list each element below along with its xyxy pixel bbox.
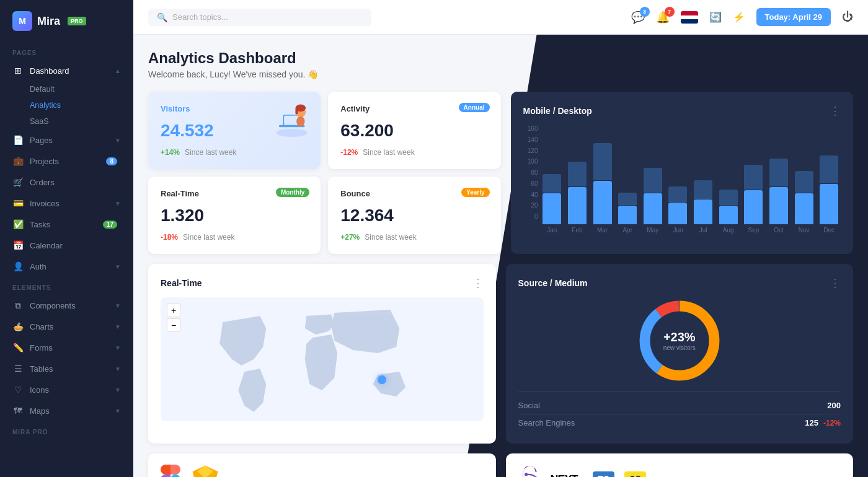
x-label-Jan: Jan xyxy=(541,227,564,234)
language-selector[interactable] xyxy=(681,11,698,24)
zoom-in-button[interactable]: + xyxy=(167,304,180,317)
notifications-button[interactable]: 🔔 7 xyxy=(656,11,670,24)
bar-col-Apr xyxy=(616,125,639,224)
visitors-card: Visitors 24.532 +14% Since last week xyxy=(148,92,321,169)
bar-col-Jan xyxy=(541,125,564,224)
search-placeholder: Search topics... xyxy=(172,12,228,22)
donut-container: +23% new visitors xyxy=(518,297,841,384)
sidebar-item-forms[interactable]: ✏️ Forms ▼ xyxy=(0,337,133,358)
realtime-change: -18% xyxy=(161,233,178,242)
sidebar-item-orders[interactable]: 🛒 Orders xyxy=(0,172,133,193)
bounce-since: Since last week xyxy=(365,233,416,242)
sidebar-item-invoices[interactable]: 💳 Invoices ▼ xyxy=(0,193,133,214)
sidebar-item-label-forms: Forms xyxy=(30,343,115,352)
donut-center: +23% new visitors xyxy=(663,330,696,351)
search-box[interactable]: 🔍 Search topics... xyxy=(148,9,371,26)
sidebar-item-label-icons: Icons xyxy=(30,385,115,395)
realtime-badge: Monthly xyxy=(276,188,309,197)
bar-light-May xyxy=(644,168,662,193)
projects-badge: 8 xyxy=(106,157,117,165)
sidebar-item-components[interactable]: ⧉ Components ▼ xyxy=(0,295,133,316)
bar-dark-Jan xyxy=(542,193,561,224)
activity-footer: -12% Since last week xyxy=(340,148,488,157)
briefcase-icon: 💼 xyxy=(12,155,24,167)
sidebar-item-projects[interactable]: 💼 Projects 8 xyxy=(0,151,133,172)
sidebar-sub-saas[interactable]: SaaS xyxy=(0,113,133,129)
sidebar-sub-default[interactable]: Default xyxy=(0,81,133,97)
bar-light-Aug xyxy=(719,190,738,205)
sidebar-item-label-pages: Pages xyxy=(30,136,115,145)
sidebar-item-tables[interactable]: ☰ Tables ▼ xyxy=(0,358,133,379)
messages-button[interactable]: 💬 3 xyxy=(631,11,645,24)
calendar-icon: 📅 xyxy=(12,240,24,251)
sidebar-item-charts[interactable]: 🥧 Charts ▼ xyxy=(0,316,133,337)
realtime-since: Since last week xyxy=(183,233,234,242)
sketch-icon xyxy=(190,463,220,477)
tech-logos-row: NEXT.js TS JS xyxy=(148,453,853,477)
bar-dark-Mar xyxy=(593,181,612,224)
bar-light-Feb xyxy=(568,162,587,186)
bar-col-May xyxy=(641,125,665,224)
source-search-change: -12% xyxy=(823,419,841,427)
sidebar-item-pages[interactable]: 📄 Pages ▼ xyxy=(0,129,133,151)
sidebar-item-label-maps: Maps xyxy=(30,406,115,416)
chevron-down-icon-charts: ▼ xyxy=(115,323,121,330)
logo-icon: M xyxy=(12,11,32,31)
map-more-icon[interactable]: ⋮ xyxy=(472,276,484,290)
source-medium-card: Source / Medium ⋮ xyxy=(506,264,854,444)
messages-badge: 3 xyxy=(640,7,650,17)
logo[interactable]: M Mira PRO xyxy=(0,0,133,42)
activity-badge: Annual xyxy=(459,103,490,112)
power-button[interactable]: ⏻ xyxy=(842,11,853,24)
today-button[interactable]: Today: April 29 xyxy=(756,8,831,26)
map-zoom-controls: + − xyxy=(167,304,180,332)
bar-dark-Jun xyxy=(668,203,687,224)
x-label-May: May xyxy=(641,227,665,234)
sidebar-item-label-invoices: Invoices xyxy=(30,199,115,208)
sidebar-item-auth[interactable]: 👤 Auth ▼ xyxy=(0,256,133,277)
cart-icon: 🛒 xyxy=(12,177,24,188)
sidebar-section-mirapro: MIRA PRO xyxy=(0,421,133,439)
bar-dark-Apr xyxy=(618,206,637,224)
bar-col-Oct xyxy=(767,125,790,224)
svg-point-12 xyxy=(170,475,180,477)
activity-change: -12% xyxy=(340,148,358,157)
sidebar-item-maps[interactable]: 🗺 Maps ▼ xyxy=(0,400,133,421)
sidebar-item-label-tasks: Tasks xyxy=(30,220,103,229)
filter-button[interactable]: ⚡ xyxy=(733,11,745,23)
bar-light-Oct xyxy=(769,159,788,186)
refresh-button[interactable]: 🔄 xyxy=(709,11,722,23)
sidebar-item-dashboard[interactable]: ⊞ Dashboard ▲ xyxy=(0,60,133,81)
realtime-footer: -18% Since last week xyxy=(161,233,308,242)
mobile-desktop-title: Mobile / Desktop xyxy=(523,106,592,116)
bar-dark-Dec xyxy=(820,184,838,224)
bar-col-Jul xyxy=(691,125,715,224)
chevron-down-icon-forms: ▼ xyxy=(115,344,121,351)
tasks-badge: 17 xyxy=(103,221,117,229)
source-more-icon[interactable]: ⋮ xyxy=(830,276,841,290)
world-map-svg xyxy=(161,297,484,421)
figma-logo xyxy=(161,465,180,477)
sidebar-item-label-auth: Auth xyxy=(30,262,115,271)
sidebar-item-tasks[interactable]: ✅ Tasks 17 xyxy=(0,214,133,235)
x-label-Feb: Feb xyxy=(565,227,589,234)
typescript-logo: TS xyxy=(593,471,614,478)
chevron-down-icon-icons: ▼ xyxy=(115,387,121,393)
more-options-icon[interactable]: ⋮ xyxy=(830,104,841,118)
source-rows: Social 200 Search Engines 125 -12% xyxy=(518,392,841,431)
zoom-out-button[interactable]: − xyxy=(167,318,180,332)
bar-light-Nov xyxy=(795,171,813,193)
bar-dark-Nov xyxy=(795,193,813,224)
visitor-illustration xyxy=(263,97,316,143)
bar-dark-Jul xyxy=(694,199,712,224)
bar-dark-Oct xyxy=(769,187,788,224)
sidebar-item-icons[interactable]: ♡ Icons ▼ xyxy=(0,379,133,400)
donut-label: new visitors xyxy=(663,344,696,351)
chevron-down-icon-invoices: ▼ xyxy=(115,200,121,207)
header-right: 💬 3 🔔 7 🔄 ⚡ Today: April 29 ⏻ xyxy=(631,8,853,26)
bar-dark-May xyxy=(644,193,662,224)
activity-value: 63.200 xyxy=(340,121,488,141)
sidebar-sub-analytics[interactable]: Analytics xyxy=(0,97,133,113)
sidebar-item-calendar[interactable]: 📅 Calendar xyxy=(0,235,133,256)
file-icon: 📄 xyxy=(12,134,24,146)
